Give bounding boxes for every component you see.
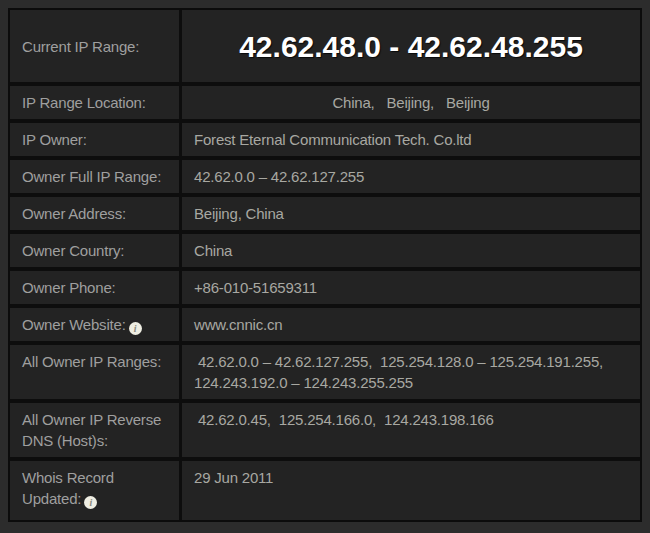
- owner-full-ip-range-value: 42.62.0.0 – 42.62.127.255: [182, 160, 640, 193]
- owner-website-value[interactable]: www.cnnic.cn: [182, 308, 640, 341]
- owner-phone-label: Owner Phone:: [10, 271, 182, 304]
- owner-phone-value: +86-010-51659311: [182, 271, 640, 304]
- whois-record-updated-label-text: Whois Record Updated:: [22, 469, 114, 507]
- info-icon[interactable]: i: [129, 322, 142, 335]
- table-row-owner-website: Owner Website:i www.cnnic.cn: [10, 308, 640, 345]
- owner-website-label: Owner Website:i: [10, 308, 182, 341]
- all-owner-ip-reverse-dns-value: 42.62.0.45, 125.254.166.0, 124.243.198.1…: [182, 403, 640, 457]
- table-row-all-owner-ip-reverse-dns: All Owner IP Reverse DNS (Host)s: 42.62.…: [10, 403, 640, 461]
- table-row-ip-range-location: IP Range Location: China, Beijing, Beiji…: [10, 86, 640, 123]
- table-row-owner-full-ip-range: Owner Full IP Range: 42.62.0.0 – 42.62.1…: [10, 160, 640, 197]
- table-row-whois-record-updated: Whois Record Updated:i 29 Jun 2011: [10, 461, 640, 520]
- owner-address-value: Beijing, China: [182, 197, 640, 230]
- all-owner-ip-reverse-dns-label: All Owner IP Reverse DNS (Host)s:: [10, 403, 182, 457]
- table-row-ip-owner: IP Owner: Forest Eternal Communication T…: [10, 123, 640, 160]
- table-row-owner-phone: Owner Phone: +86-010-51659311: [10, 271, 640, 308]
- table-row-owner-address: Owner Address: Beijing, China: [10, 197, 640, 234]
- owner-country-value: China: [182, 234, 640, 267]
- whois-record-updated-label: Whois Record Updated:i: [10, 461, 182, 520]
- whois-result-table: Current IP Range: 42.62.48.0 - 42.62.48.…: [8, 8, 642, 522]
- current-ip-range-value: 42.62.48.0 - 42.62.48.255: [182, 10, 640, 82]
- ip-owner-label: IP Owner:: [10, 123, 182, 156]
- owner-address-label: Owner Address:: [10, 197, 182, 230]
- whois-record-updated-value: 29 Jun 2011: [182, 461, 640, 520]
- table-row-current-ip-range: Current IP Range: 42.62.48.0 - 42.62.48.…: [10, 10, 640, 86]
- ip-owner-value: Forest Eternal Communication Tech. Co.lt…: [182, 123, 640, 156]
- all-owner-ip-ranges-label: All Owner IP Ranges:: [10, 345, 182, 399]
- ip-range-location-label: IP Range Location:: [10, 86, 182, 119]
- table-row-owner-country: Owner Country: China: [10, 234, 640, 271]
- owner-country-label: Owner Country:: [10, 234, 182, 267]
- ip-range-location-value: China, Beijing, Beijing: [182, 86, 640, 119]
- owner-website-label-text: Owner Website:: [22, 316, 126, 333]
- owner-full-ip-range-label: Owner Full IP Range:: [10, 160, 182, 193]
- all-owner-ip-ranges-value: 42.62.0.0 – 42.62.127.255, 125.254.128.0…: [182, 345, 640, 399]
- current-ip-range-label: Current IP Range:: [10, 10, 182, 82]
- table-row-all-owner-ip-ranges: All Owner IP Ranges: 42.62.0.0 – 42.62.1…: [10, 345, 640, 403]
- info-icon[interactable]: i: [84, 496, 97, 509]
